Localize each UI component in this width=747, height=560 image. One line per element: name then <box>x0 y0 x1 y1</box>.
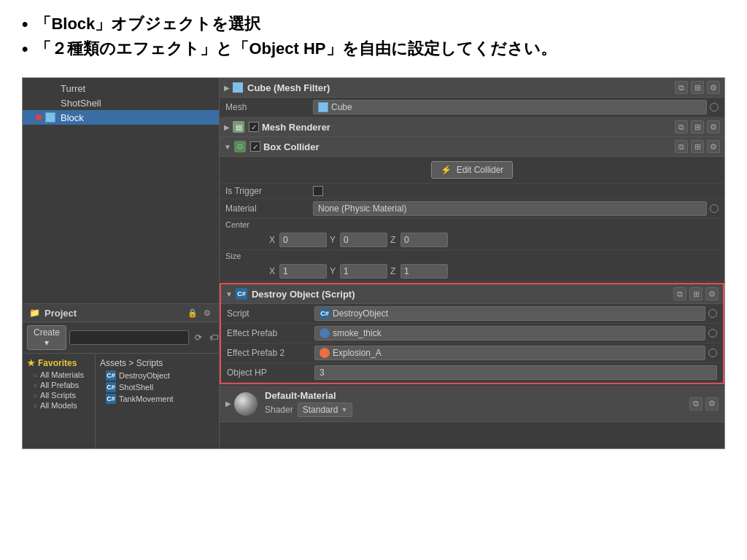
script-row: Script C# DestroyObject <box>221 304 723 324</box>
size-z-input[interactable] <box>400 264 448 279</box>
default-material-header: ▶ Default-Material Shader Standard ▼ ⧉ ⚙ <box>220 386 724 422</box>
mesh-renderer-copy-icon[interactable]: ⧉ <box>675 120 688 133</box>
mesh-circle-btn[interactable] <box>710 103 719 112</box>
hierarchy-item-block-label: Block <box>61 112 84 123</box>
create-button[interactable]: Create ▾ <box>27 325 66 350</box>
block-cube-icon <box>44 112 56 123</box>
effect-prefab2-display: Explosion_A <box>314 346 705 360</box>
destroy-script-title: Destroy Object (Script) <box>252 289 673 300</box>
project-toolbar: Create ▾ ⟳ 🏷 ★ 👁 9 <box>23 322 219 354</box>
box-collider-gear-icon[interactable]: ⚙ <box>707 140 720 153</box>
left-panel: Turret ShotShell Block 📁 Project 🔒 <box>23 78 220 448</box>
script-value-display: C# DestroyObject <box>314 306 705 321</box>
favorites-models-label: All Models <box>40 401 77 410</box>
asset-destroy-object[interactable]: C# DestroyObject <box>96 370 219 381</box>
material-circle-btn[interactable] <box>710 204 719 213</box>
project-search-input[interactable] <box>69 330 189 345</box>
destroy-arrow: ▼ <box>225 290 233 298</box>
search-icon-scripts: ○ <box>33 392 37 400</box>
size-y-field: Y <box>330 264 387 279</box>
mesh-value-display: Cube <box>313 100 707 114</box>
mesh-value-text: Cube <box>331 102 352 112</box>
cs-icon-tank: C# <box>106 394 116 404</box>
center-z-input[interactable] <box>400 233 448 247</box>
trigger-checkbox[interactable] <box>313 186 323 196</box>
box-collider-copy-icon[interactable]: ⧉ <box>675 140 688 153</box>
mesh-filter-header[interactable]: ▶ Cube (Mesh Filter) ⧉ ⊞ ⚙ <box>220 78 724 98</box>
asset-shotshell[interactable]: C# ShotShell <box>96 381 219 393</box>
size-x-input[interactable] <box>279 264 327 279</box>
center-xyz-row: X Y Z <box>220 230 724 250</box>
favorites-label: Favorites <box>38 358 77 368</box>
edit-collider-button[interactable]: ⚡ Edit Collider <box>431 161 514 179</box>
mesh-renderer-checkbox[interactable] <box>249 122 259 132</box>
hierarchy-item-shotshell[interactable]: ShotShell <box>23 96 219 110</box>
size-z-axis: Z <box>390 266 399 276</box>
center-z-field: Z <box>390 233 448 247</box>
material-copy-icon[interactable]: ⧉ <box>689 397 703 411</box>
box-collider-layout-icon[interactable]: ⊞ <box>691 140 704 153</box>
destroy-script-header[interactable]: ▼ C# Destroy Object (Script) ⧉ ⊞ ⚙ <box>221 284 723 304</box>
favorites-all-materials[interactable]: ○ All Materials <box>23 370 95 380</box>
material-label: Material <box>225 203 313 214</box>
mesh-filter-gear-icon[interactable]: ⚙ <box>707 81 720 94</box>
project-title: Project <box>44 308 187 319</box>
hierarchy-item-turret[interactable]: Turret <box>23 81 219 96</box>
hierarchy-item-block[interactable]: Block <box>23 110 219 125</box>
destroy-copy-icon[interactable]: ⧉ <box>673 287 686 300</box>
favorites-all-prefabs[interactable]: ○ All Prefabs <box>23 380 95 390</box>
shader-dropdown-arrow[interactable]: ▼ <box>341 406 347 413</box>
search-icon-prefabs: ○ <box>33 381 37 389</box>
destroy-layout-icon[interactable]: ⊞ <box>689 287 703 300</box>
destroy-script-section: ▼ C# Destroy Object (Script) ⧉ ⊞ ⚙ Scrip… <box>220 283 724 384</box>
material-sphere-icon <box>234 392 258 416</box>
size-y-axis: Y <box>330 266 338 276</box>
material-value-display: None (Physic Material) <box>313 201 707 216</box>
mesh-renderer-gear-icon[interactable]: ⚙ <box>707 120 720 133</box>
material-gear-icon[interactable]: ⚙ <box>705 397 719 411</box>
script-value-text: DestroyObject <box>333 308 388 319</box>
box-collider-header[interactable]: ▼ □ Box Collider ⧉ ⊞ ⚙ <box>220 137 724 157</box>
center-xyz-fields: X Y Z <box>269 233 719 247</box>
mesh-renderer-title: Mesh Renderer <box>262 122 675 133</box>
instruction-line1: 「Block」オブジェクトを選択 <box>35 13 260 35</box>
explosion-prefab-icon <box>320 348 330 358</box>
project-header: 📁 Project 🔒 ⚙ <box>23 304 219 322</box>
favorites-star-icon: ★ <box>27 358 35 368</box>
size-y-input[interactable] <box>340 264 387 279</box>
script-circle-btn[interactable] <box>708 309 717 318</box>
effect-prefab2-circle-btn[interactable] <box>708 349 717 357</box>
screenshot-area: Turret ShotShell Block 📁 Project 🔒 <box>22 77 725 449</box>
mesh-renderer-layout-icon[interactable]: ⊞ <box>691 120 704 133</box>
asset-tank-movement[interactable]: C# TankMovement <box>96 393 219 405</box>
mesh-filter-copy-icon[interactable]: ⧉ <box>675 81 688 94</box>
destroy-gear-icon[interactable]: ⚙ <box>705 287 719 300</box>
favorites-scripts-label: All Scripts <box>40 391 76 400</box>
effect-prefab-label: Effect Prefab <box>227 328 314 338</box>
effect-prefab-circle-btn[interactable] <box>708 329 717 338</box>
hierarchy-item-turret-label: Turret <box>61 83 85 94</box>
center-y-input[interactable] <box>340 233 387 247</box>
effect-prefab-text: smoke_thick <box>333 328 382 338</box>
box-collider-checkbox[interactable] <box>250 141 260 152</box>
search-icon-materials: ○ <box>33 371 37 379</box>
mesh-prop-row: Mesh Cube <box>220 98 724 117</box>
favorites-panel: ★ Favorites ○ All Materials ○ All Prefab… <box>23 354 96 448</box>
size-x-axis: X <box>269 266 278 276</box>
mesh-renderer-arrow: ▶ <box>224 123 230 131</box>
mesh-filter-layout-icon[interactable]: ⊞ <box>691 81 704 94</box>
center-x-input[interactable] <box>279 233 327 247</box>
size-section-label: Size <box>220 250 724 262</box>
mesh-renderer-header[interactable]: ▶ ▤ Mesh Renderer ⧉ ⊞ ⚙ <box>220 117 724 137</box>
object-hp-label: Object HP <box>227 368 314 378</box>
favorites-all-scripts[interactable]: ○ All Scripts <box>23 390 95 400</box>
object-hp-text: 3 <box>320 368 325 378</box>
material-info: Default-Material Shader Standard ▼ <box>265 390 689 417</box>
top-instructions: 「Block」オブジェクトを選択 「２種類のエフェクト」と「Object HP」… <box>0 0 747 70</box>
material-actions: ⧉ ⚙ <box>689 397 719 411</box>
box-collider-arrow: ▼ <box>224 143 231 151</box>
refresh-icon: ⟳ <box>192 331 205 344</box>
instruction-line2: 「２種類のエフェクト」と「Object HP」を自由に設定してください。 <box>35 38 556 60</box>
favorites-all-models[interactable]: ○ All Models <box>23 400 95 411</box>
shader-row: Shader Standard ▼ <box>265 402 689 417</box>
